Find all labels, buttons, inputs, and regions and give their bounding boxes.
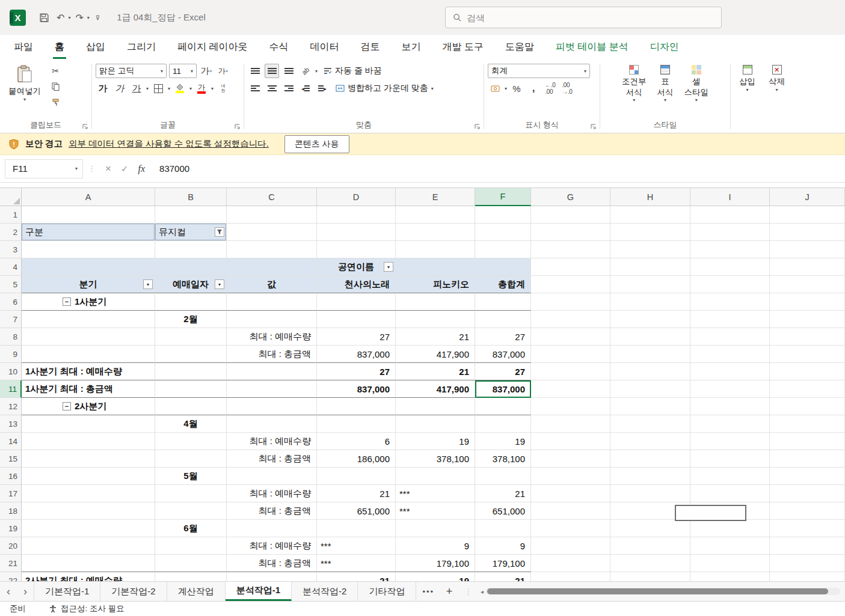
cell-G18[interactable] [531,502,610,520]
orientation-dropdown-icon[interactable]: ▾ [315,69,318,74]
menu-tab-개발 도구[interactable]: 개발 도구 [440,36,485,59]
cell-G22[interactable] [531,572,610,581]
cell-B2[interactable]: 뮤지컬 [155,224,227,241]
cell-B14[interactable] [155,433,227,450]
cell-D12[interactable] [317,398,396,415]
cell-B20[interactable] [155,537,227,555]
cell-A4[interactable] [22,258,155,276]
percent-style-icon[interactable]: % [509,81,524,96]
decrease-indent-icon[interactable]: ◂ [298,81,313,96]
horizontal-scrollbar[interactable]: ◂ [478,582,845,601]
cell-A18[interactable] [22,502,155,520]
row-header-19[interactable]: 19 [0,520,22,537]
cell-D22[interactable]: 21 [317,572,396,581]
field-dropdown-icon[interactable]: ▾ [384,262,393,272]
cell-E2[interactable] [396,224,475,241]
cell-I8[interactable] [690,328,770,346]
cell-E16[interactable] [396,468,475,485]
menu-tab-데이터[interactable]: 데이터 [308,36,340,59]
cell-G12[interactable] [531,398,610,415]
clipboard-dialog-launcher-icon[interactable] [82,124,88,129]
underline-dropdown-icon[interactable]: ▾ [146,86,149,91]
cell-J10[interactable] [770,363,845,380]
menu-tab-도움말[interactable]: 도움말 [503,36,536,59]
sheet-tab-분석작업-2[interactable]: 분석작업-2 [292,582,358,601]
cell-E14[interactable]: 19 [396,433,475,450]
cell-J16[interactable] [770,468,845,485]
font-color-icon[interactable]: 가 [194,81,209,96]
alignment-dialog-launcher-icon[interactable] [475,124,480,129]
cell-C22[interactable] [227,572,317,581]
cell-B22[interactable] [155,572,227,581]
new-sheet-button[interactable]: + [440,582,458,601]
cell-A14[interactable] [22,433,155,450]
cell-E8[interactable]: 21 [396,328,475,346]
cell-J8[interactable] [770,328,845,346]
cell-E13[interactable] [396,415,475,433]
cell-F19[interactable] [475,520,531,537]
cell-A17[interactable] [22,485,155,502]
cell-G3[interactable] [531,241,610,258]
customize-toolbar-icon[interactable]: ⊽ [96,14,100,21]
cell-G15[interactable] [531,450,610,468]
accounting-dropdown-icon[interactable]: ▾ [505,86,507,91]
cell-C2[interactable] [227,224,317,241]
cell-E17[interactable]: *** [396,485,475,502]
increase-decimal-icon[interactable]: ←.0.00 [543,81,558,96]
conditional-formatting-button[interactable]: 조건부 서식 ▾ [617,63,651,120]
menu-tab-그리기[interactable]: 그리기 [125,36,158,59]
cell-E15[interactable]: 378,100 [396,450,475,468]
cell-F20[interactable]: 9 [475,537,531,555]
cell-D20[interactable]: *** [317,537,396,555]
cell-F10[interactable]: 27 [475,363,531,380]
font-color-dropdown-icon[interactable]: ▾ [211,86,214,91]
cell-J17[interactable] [770,485,845,502]
cell-J21[interactable] [770,555,845,572]
comma-style-icon[interactable]: , [526,81,541,96]
font-name-select[interactable]: 맑은 고딕▾ [96,64,167,78]
borders-icon[interactable] [151,81,165,96]
cell-I22[interactable] [690,572,770,581]
align-middle-icon[interactable] [265,64,279,78]
scrollbar-track[interactable] [486,588,840,595]
fill-color-icon[interactable] [173,81,187,96]
sheet-tab-기본작업-1[interactable]: 기본작업-1 [34,582,100,601]
cell-J9[interactable] [770,346,845,363]
cell-I1[interactable] [690,206,770,224]
cell-E9[interactable]: 417,900 [396,346,475,363]
cell-B9[interactable] [155,346,227,363]
cell-C5[interactable]: 값 [227,276,317,293]
cell-D3[interactable] [317,241,396,258]
column-header-D[interactable]: D [317,188,396,206]
cell-I20[interactable] [690,537,770,555]
cell-C19[interactable] [227,520,317,537]
cell-H8[interactable] [610,328,690,346]
redo-dropdown-icon[interactable]: ▾ [87,15,90,20]
number-format-select[interactable]: 회계▾ [488,64,590,78]
save-icon[interactable] [37,10,52,25]
orientation-icon[interactable]: ab [295,61,316,81]
cell-J20[interactable] [770,537,845,555]
cell-J12[interactable] [770,398,845,415]
cell-C14[interactable]: 최대 : 예매수량 [227,433,317,450]
row-header-21[interactable]: 21 [0,555,22,572]
row-header-11[interactable]: 11 [0,380,22,398]
menu-tab-홈[interactable]: 홈 [53,36,66,59]
cell-I4[interactable] [690,258,770,276]
row-header-2[interactable]: 2 [0,224,22,241]
cell-F5[interactable]: 총합계 [475,276,531,293]
cell-A16[interactable] [22,468,155,485]
increase-indent-icon[interactable]: ▸ [315,81,330,96]
delete-cells-button[interactable]: ✕ 삭제 ▾ [764,63,790,120]
cell-D4[interactable]: 공연이름▾ [317,258,396,276]
cell-H4[interactable] [610,258,690,276]
cell-H12[interactable] [610,398,690,415]
menu-tab-페이지 레이아웃[interactable]: 페이지 레이아웃 [176,36,249,59]
cell-A21[interactable] [22,555,155,572]
cell-C21[interactable]: 최대 : 총금액 [227,555,317,572]
cell-D14[interactable]: 6 [317,433,396,450]
cell-B8[interactable] [155,328,227,346]
cell-A5[interactable]: 분기▾ [22,276,155,293]
cell-C11[interactable] [227,380,317,398]
cell-J2[interactable] [770,224,845,241]
